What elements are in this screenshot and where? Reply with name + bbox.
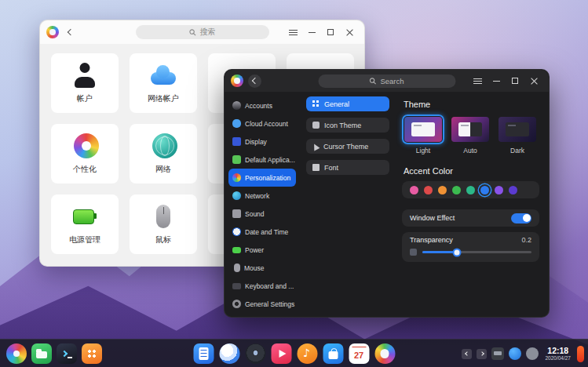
maximize-button[interactable] [322,24,339,40]
sidebar-item-accounts[interactable]: Accounts [228,96,296,114]
app-store-icon[interactable] [323,343,343,364]
slider-knob[interactable] [453,248,462,256]
search-placeholder: 搜索 [200,27,216,38]
general-icon [312,100,320,107]
terminal-icon[interactable] [57,343,77,364]
video-player-icon[interactable] [271,343,291,364]
maximize-button[interactable] [506,73,524,89]
clock[interactable]: 12:18 2020/04/27 [545,347,571,362]
sidebar-item-cloud-account[interactable]: Cloud Account [228,114,296,133]
theme-option-dark[interactable]: Dark [496,114,539,154]
sidebar-item-power[interactable]: Power [228,241,296,259]
close-button[interactable] [525,73,542,89]
subnav: General Icon Theme Cursor Theme Font [300,92,396,318]
search-input[interactable]: 搜索 [136,25,269,39]
palette-icon [74,133,99,158]
accent-color-dot[interactable] [466,186,475,194]
sidebar-item-sound[interactable]: Sound [228,205,296,223]
launchpad-icon[interactable] [82,343,102,364]
mini-window [411,122,435,136]
theme-option-auto[interactable]: Auto [449,114,491,154]
menu-button[interactable] [284,24,301,40]
user-icon [232,101,241,110]
accent-color-dot[interactable] [424,186,433,194]
theme-preview-dark [499,117,536,142]
settings-card-personalization[interactable]: 个性化 [51,124,119,184]
battery-icon [232,247,241,253]
sidebar-item-personalization[interactable]: Personalization [228,169,296,187]
calendar-day: 27 [354,351,363,360]
sound-tray-icon[interactable] [526,347,539,360]
accent-color-dot[interactable] [452,186,461,194]
close-icon [531,78,538,85]
power-button[interactable] [577,346,584,362]
subnav-font[interactable]: Font [306,160,389,175]
browser-icon[interactable] [219,343,239,364]
window-controls [284,24,358,40]
control-center-icon[interactable] [374,343,395,364]
sidebar-item-display[interactable]: Display [228,133,296,151]
subnav-icon-theme[interactable]: Icon Theme [306,118,389,133]
card-label: 帐户 [77,93,93,104]
accent-section-title: Accent Color [404,166,539,176]
calculator-icon[interactable] [193,343,214,364]
cursor-icon [312,142,320,151]
camera-icon[interactable] [245,343,265,364]
theme-border [496,114,539,144]
sidebar-item-default-applications[interactable]: Default Applica... [228,151,296,169]
network-tray-icon[interactable] [509,347,521,360]
titlebar: Search [225,70,549,92]
settings-card-network[interactable]: 网络 [130,124,197,184]
theme-label: Dark [510,147,524,154]
accent-color-dot-selected[interactable] [480,186,489,194]
keyboard-tray-icon[interactable] [491,347,504,360]
settings-card-cloud-account[interactable]: 网络帐户 [130,53,197,113]
settings-window-en: Search Accounts Cloud Account [224,69,550,318]
sidebar-item-keyboard[interactable]: Keyboard and ... [228,277,296,295]
mouse-icon [234,263,240,272]
card-label: 电源管理 [69,234,100,245]
accent-color-dot[interactable] [438,186,447,194]
minimize-button[interactable] [488,73,505,89]
accent-color-dot[interactable] [495,186,503,194]
search-placeholder: Search [380,77,404,85]
back-button[interactable] [248,74,261,88]
menu-button[interactable] [469,73,486,89]
hamburger-icon [473,78,482,84]
dock-prev-button[interactable] [462,349,472,359]
window-effect-toggle[interactable] [511,213,531,223]
slider-fill [422,251,457,253]
close-button[interactable] [341,24,358,40]
theme-options: Light Auto Dark [402,114,539,154]
accent-color-dot[interactable] [410,186,418,194]
accent-color-dot[interactable] [509,186,517,194]
dock-next-button[interactable] [477,349,487,359]
launcher-icon[interactable] [6,343,27,364]
sidebar-item-label: Mouse [244,264,265,272]
back-button[interactable] [64,26,77,39]
settings-card-mouse[interactable]: 鼠标 [130,194,197,254]
minimize-button[interactable] [303,24,320,40]
music-icon[interactable] [297,343,317,364]
sidebar: Accounts Cloud Account Display Default A… [225,92,300,318]
subnav-label: General [324,100,349,108]
subnav-cursor-theme[interactable]: Cursor Theme [306,139,389,154]
theme-label: Auto [463,147,477,154]
transparency-slider[interactable] [422,251,531,253]
mouse-icon [149,204,177,229]
subnav-general[interactable]: General [306,96,389,111]
file-manager-icon[interactable] [31,343,52,364]
sidebar-item-date-and-time[interactable]: Date and Time [228,223,296,241]
settings-card-power[interactable]: 电源管理 [51,194,119,254]
theme-option-light[interactable]: Light [402,114,444,154]
minimize-icon [493,81,500,82]
settings-card-accounts[interactable]: 帐户 [51,53,119,113]
sidebar-item-general-settings[interactable]: General Settings [228,295,296,313]
sidebar-item-network[interactable]: Network [228,187,296,205]
maximize-icon [512,78,518,84]
search-input[interactable]: Search [318,74,455,88]
clock-date: 2020/04/27 [545,355,571,361]
sidebar-item-mouse[interactable]: Mouse [228,259,296,277]
calendar-icon[interactable]: 27 [349,343,369,364]
clock-time: 12:18 [545,347,571,356]
